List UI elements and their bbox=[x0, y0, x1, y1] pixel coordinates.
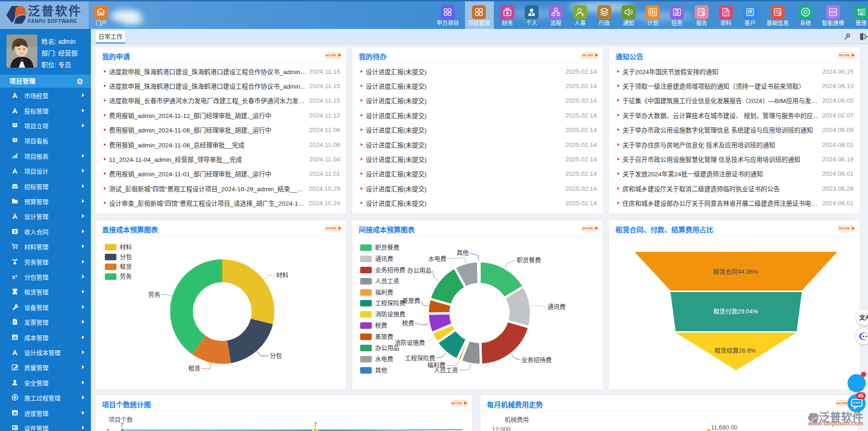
svg-text:税费: 税费 bbox=[402, 320, 414, 327]
svg-text:职员餐费: 职员餐费 bbox=[517, 257, 541, 264]
svg-text:材料: 材料 bbox=[276, 271, 288, 278]
svg-text:租赁结算26.6%: 租赁结算26.6% bbox=[715, 347, 756, 354]
svg-text:工程保险费: 工程保险费 bbox=[405, 355, 435, 361]
svg-text:业务招待费: 业务招待费 bbox=[521, 356, 552, 363]
svg-text:租赁付款29.04%: 租赁付款29.04% bbox=[713, 308, 759, 315]
svg-text:分包: 分包 bbox=[270, 352, 282, 359]
svg-text:福利费: 福利费 bbox=[427, 361, 445, 368]
svg-text:租赁合同44.36%: 租赁合同44.36% bbox=[713, 268, 759, 275]
svg-text:水电费: 水电费 bbox=[428, 255, 446, 262]
svg-text:租赁: 租赁 bbox=[188, 365, 200, 372]
svg-text:劳务: 劳务 bbox=[148, 291, 160, 298]
svg-text:通讯费: 通讯费 bbox=[547, 303, 566, 310]
svg-text:其他: 其他 bbox=[457, 249, 469, 256]
svg-text:x²: x² bbox=[12, 274, 17, 280]
svg-text:办公用品: 办公用品 bbox=[407, 267, 431, 274]
